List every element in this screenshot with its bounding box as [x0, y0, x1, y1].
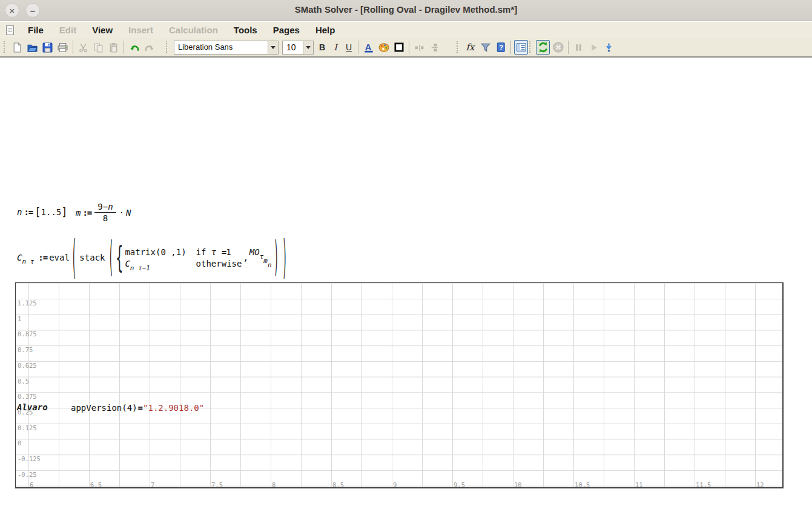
appversion-args: (4)	[122, 403, 137, 413]
y-axis-tick-label: 1.125	[18, 299, 37, 307]
y-axis-tick-label: 0.875	[18, 330, 37, 338]
plot-region[interactable]: 1.12510.8750.750.6250.50.3750.250.1250-0…	[15, 282, 784, 488]
play-icon	[589, 42, 599, 53]
fraction-numerator: 9−n	[94, 202, 116, 213]
math-region-appversion[interactable]: appVersion (4) = "1.2.9018.0"	[71, 403, 204, 413]
sidebar-toggle-button[interactable]	[514, 40, 528, 55]
save-floppy-icon	[42, 42, 53, 53]
undo-button[interactable]	[127, 40, 141, 55]
font-size-combo[interactable]: 10	[282, 41, 314, 55]
align-horizontal-icon	[414, 42, 424, 53]
toolbar-grip[interactable]	[457, 41, 460, 53]
new-button[interactable]	[10, 40, 24, 55]
toolbar-grip[interactable]	[529, 41, 532, 53]
left-bracket: [	[35, 206, 41, 218]
stack-function: stack	[79, 253, 105, 262]
math-region-m-definition[interactable]: m := 9−n 8 · N	[76, 202, 131, 223]
svg-text:A: A	[365, 42, 371, 52]
title-bar: × – SMath Solver - [Rolling Oval - Dragi…	[0, 0, 812, 21]
x-axis-tick-label: 11.5	[696, 481, 711, 488]
font-family-combo[interactable]: Liberation Sans	[174, 41, 279, 55]
var-N: N	[126, 208, 131, 218]
align-horizontal-button	[412, 40, 426, 55]
filter-button[interactable]	[478, 40, 492, 55]
border-button[interactable]	[392, 40, 406, 55]
menu-tools[interactable]: Tools	[226, 22, 265, 38]
math-region-range-definition[interactable]: n := [ 1..5 ]	[17, 206, 68, 218]
var-C: C	[17, 253, 22, 262]
printer-icon	[58, 42, 68, 53]
window-title: SMath Solver - [Rolling Oval - Dragilev …	[0, 4, 812, 15]
side-panel-icon	[516, 42, 527, 53]
worksheet-canvas[interactable]: n := [ 1..5 ] m := 9−n 8 · N C n τ := ev…	[0, 58, 812, 506]
funnel-icon	[480, 42, 491, 53]
chevron-down-icon[interactable]	[303, 41, 313, 54]
palette-icon	[378, 42, 389, 53]
menu-pages[interactable]: Pages	[265, 22, 308, 38]
y-axis-tick-label: 0.375	[18, 393, 37, 400]
chevron-down-icon[interactable]	[268, 41, 278, 54]
step-debug-button[interactable]	[602, 40, 616, 55]
case2-expression: Cn τ−1	[125, 259, 186, 268]
case2-condition: otherwise	[196, 259, 242, 268]
underline-button[interactable]: U	[342, 40, 355, 55]
italic-button[interactable]: I	[329, 40, 342, 55]
mo-variable: MOτmn	[249, 247, 272, 257]
background-color-button[interactable]	[377, 40, 391, 55]
bold-button[interactable]: B	[315, 40, 329, 55]
y-axis-tick-label: -0.125	[18, 455, 41, 462]
font-color-icon: A	[363, 42, 374, 53]
open-button[interactable]	[25, 40, 39, 55]
pause-button	[572, 40, 586, 55]
y-axis-tick-label: -0.375	[18, 487, 41, 488]
author-text[interactable]: Alvaro	[17, 402, 48, 412]
function-button[interactable]: fx	[463, 40, 477, 55]
menu-insert: Insert	[120, 22, 161, 38]
svg-text:?: ?	[499, 44, 503, 51]
cases-block: matrix(0 ,1) if τ =1 Cn τ−1 otherwise	[125, 247, 242, 268]
reference-book-button[interactable]: ?	[493, 40, 507, 55]
fx-icon: fx	[466, 42, 474, 53]
y-axis-tick-label: 0.625	[18, 362, 37, 369]
toolbar-separator	[124, 41, 124, 54]
font-color-button[interactable]: A	[361, 40, 375, 55]
menu-edit: Edit	[51, 22, 84, 38]
math-region-recurrence-definition[interactable]: C n τ := eval ( stack ( { matrix(0 ,1) i…	[17, 235, 289, 281]
undo-arrow-icon	[129, 42, 140, 53]
appversion-result: "1.2.9018.0"	[143, 403, 204, 413]
menu-help[interactable]: Help	[308, 22, 343, 38]
paste-icon	[108, 42, 119, 53]
paste-button	[107, 40, 120, 55]
x-axis-tick-label: 8.5	[332, 481, 344, 488]
toolbar-group-calc	[528, 38, 616, 56]
x-axis-tick-label: 7	[151, 481, 154, 488]
equals-operator: =	[137, 403, 143, 413]
toolbar-separator	[358, 41, 358, 54]
y-axis-tick-label: 0	[18, 439, 21, 447]
menu-file[interactable]: File	[20, 22, 51, 38]
toolbar-group-format: Liberation Sans 10 B I U A	[165, 38, 442, 56]
argument-comma: ,	[243, 253, 248, 262]
x-axis-tick-label: 6	[30, 481, 33, 488]
fraction: 9−n 8	[94, 202, 116, 223]
font-family-value: Liberation Sans	[174, 41, 268, 54]
toolbar-separator	[568, 41, 569, 54]
recalculate-button[interactable]	[536, 40, 550, 55]
y-axis-tick-label: 1	[18, 315, 21, 322]
y-axis-tick-label: 0.75	[18, 346, 33, 353]
toolbar-separator	[73, 41, 73, 54]
case1-expression: matrix(0 ,1)	[125, 247, 186, 257]
save-button[interactable]	[41, 40, 54, 55]
font-size-value: 10	[283, 41, 303, 54]
menu-bar: FileEditViewInsertCalculationToolsPagesH…	[0, 22, 812, 38]
align-vertical-button	[427, 40, 441, 55]
print-button[interactable]	[56, 40, 70, 55]
multiply-dot: ·	[117, 208, 126, 218]
var-m: m	[76, 208, 81, 218]
toolbar-grip[interactable]	[166, 41, 169, 53]
toolbar-grip[interactable]	[4, 41, 7, 53]
scissors-icon	[78, 42, 88, 53]
x-axis-tick-label: 8	[272, 481, 276, 488]
step-down-arrow-icon	[604, 42, 614, 53]
menu-view[interactable]: View	[84, 22, 120, 38]
